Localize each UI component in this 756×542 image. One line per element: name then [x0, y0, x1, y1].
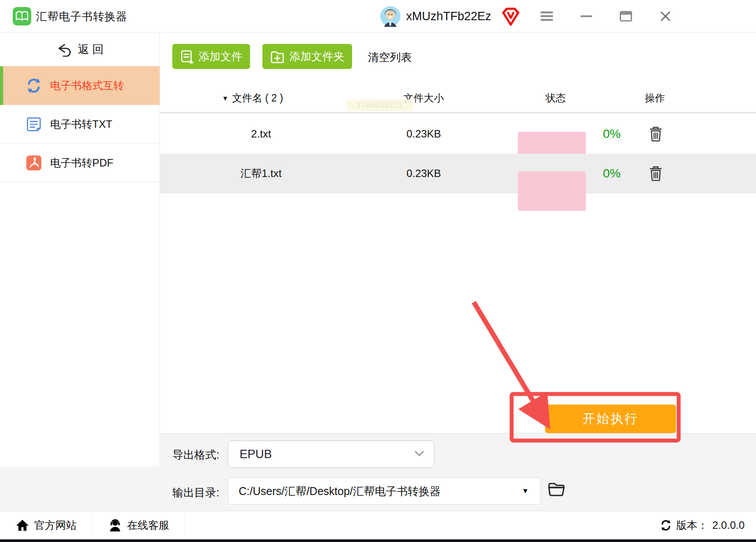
table-row: 汇帮1.txt 0.23KB 0%	[160, 154, 756, 193]
close-button[interactable]	[656, 0, 675, 33]
dropdown-triangle-icon: ▼	[522, 487, 529, 495]
add-folder-label: 添加文件夹	[290, 49, 345, 64]
progress-percent: 0%	[594, 154, 629, 193]
pdf-icon	[25, 155, 42, 171]
sidebar: 返 回 电子书格式互转 电子书转TXT	[0, 33, 160, 466]
home-icon	[16, 519, 29, 532]
add-file-button[interactable]: 添加文件	[172, 44, 250, 69]
footer: 官方网站 在线客服 版本： 2.0.0.0	[0, 511, 756, 539]
bottom-panel: 导出格式: EPUB 输出目录: C:/Users/汇帮/Desktop/汇帮电…	[160, 433, 756, 511]
desktop-edge-strip	[0, 539, 756, 542]
file-list-panel: 添加文件 添加文件夹 清空列表 ▼ 文件名 ( 2 ) 文件大小 状态 操作 1…	[160, 33, 756, 433]
app-title: 汇帮电子书转换器	[36, 0, 127, 33]
sync-icon	[25, 77, 42, 94]
version-label: 版本：	[676, 518, 708, 532]
vip-badge-icon[interactable]	[502, 7, 520, 26]
output-dir-value: C:/Users/汇帮/Desktop/汇帮电子书转换器	[239, 484, 441, 499]
user-avatar[interactable]	[380, 6, 401, 27]
app-logo-book-icon	[12, 7, 32, 26]
clear-list-button[interactable]: 清空列表	[368, 50, 412, 65]
add-folder-button[interactable]: 添加文件夹	[262, 44, 352, 69]
progress-percent: 0%	[594, 114, 629, 154]
sort-descending-icon: ▼	[222, 94, 229, 102]
version-check[interactable]: 版本： 2.0.0.0	[660, 518, 756, 532]
back-button[interactable]: 返 回	[0, 33, 160, 66]
maximize-button[interactable]	[616, 0, 636, 33]
back-arrow-icon	[56, 43, 71, 57]
table-header: ▼ 文件名 ( 2 ) 文件大小 状态 操作	[160, 83, 756, 113]
sidebar-item-format-convert[interactable]: 电子书格式互转	[0, 66, 160, 105]
back-label: 返 回	[78, 42, 104, 57]
table-row: 2.txt 0.23KB 0%	[160, 114, 756, 154]
sidebar-item-to-txt[interactable]: 电子书转TXT	[0, 105, 160, 144]
chevron-down-icon	[414, 451, 424, 457]
titlebar: 汇帮电子书转换器 xMUzhTFb22Ez	[0, 0, 756, 33]
headset-person-icon	[109, 519, 122, 532]
browse-folder-icon[interactable]	[548, 482, 565, 497]
online-support-link[interactable]: 在线客服	[93, 511, 185, 540]
txt-document-icon	[25, 116, 42, 133]
export-format-select[interactable]: EPUB	[228, 441, 434, 468]
delete-row-button[interactable]	[643, 114, 668, 154]
version-value: 2.0.0.0	[712, 519, 745, 531]
add-folder-icon	[270, 50, 284, 63]
sidebar-item-label: 电子书转TXT	[50, 117, 112, 131]
bottom-left-fill	[0, 466, 160, 511]
official-website-link[interactable]: 官方网站	[0, 511, 93, 540]
output-dir-select[interactable]: C:/Users/汇帮/Desktop/汇帮电子书转换器 ▼	[228, 477, 541, 505]
output-dir-label: 输出目录:	[172, 485, 219, 500]
sidebar-item-label: 电子书转PDF	[50, 156, 113, 170]
start-execute-button[interactable]: 开始执行	[545, 405, 676, 433]
file-size: 0.23KB	[389, 154, 459, 193]
menu-icon[interactable]	[537, 0, 556, 33]
username[interactable]: xMUzhTFb22Ez	[406, 0, 491, 33]
add-file-icon	[180, 50, 193, 64]
column-header-status: 状态	[525, 83, 586, 112]
sidebar-item-label: 电子书格式互转	[50, 79, 124, 93]
add-file-label: 添加文件	[199, 49, 243, 64]
column-header-filename[interactable]: ▼ 文件名 ( 2 )	[222, 83, 283, 112]
file-name: 2.txt	[160, 114, 362, 154]
delete-row-button[interactable]	[643, 154, 668, 193]
progress-bar	[518, 171, 586, 211]
column-header-action: 操作	[629, 83, 681, 112]
export-format-value: EPUB	[240, 448, 272, 461]
export-format-label: 导出格式:	[172, 448, 219, 462]
sidebar-item-to-pdf[interactable]: 电子书转PDF	[0, 144, 160, 182]
minimize-button[interactable]	[577, 0, 596, 33]
file-size: 0.23KB	[389, 114, 459, 154]
watermark: 1765935271	[346, 99, 413, 111]
update-sync-icon	[660, 519, 672, 531]
file-name: 汇帮1.txt	[160, 154, 362, 193]
